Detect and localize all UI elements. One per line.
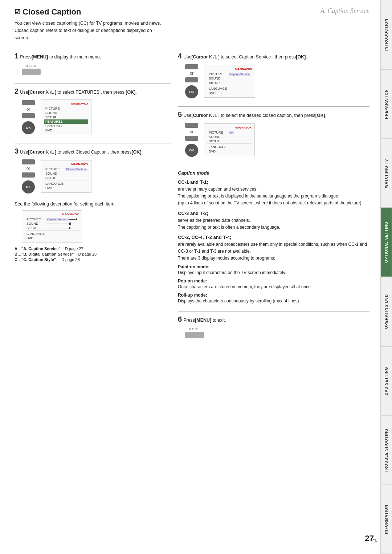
pop-on-heading: Pop-on mode: xyxy=(178,278,369,284)
menu-mockup-2: MAGNAVOX PICTURE SOUND SETUP FEATURES LA… xyxy=(41,99,91,135)
labeled-mockup: MAGNAVOX PICTURE Caption Servi... ——A SO… xyxy=(22,210,82,243)
step-5-remote: or OK xyxy=(185,123,198,157)
up-button-3 xyxy=(22,159,35,164)
paint-on-text: Displays input characters on the TV scre… xyxy=(178,269,369,276)
step-2: 2 Use[Cursor K /L ] to select FEATURES ,… xyxy=(15,83,171,135)
up-button-5 xyxy=(185,123,198,128)
menu4-setup: SETUP xyxy=(207,81,252,85)
brand-3: MAGNAVOX xyxy=(44,163,88,166)
section-subtitle: A. Caption Service xyxy=(320,7,369,15)
step-5-cursor: [Cursor xyxy=(191,113,208,118)
step-2-diagram: or OK MAGNAVOX PICTURE SOUND SETUP FEATU… xyxy=(22,99,171,135)
intro-text: You can view closed captioning (CC) for … xyxy=(15,20,167,41)
menu-mockup-5: MAGNAVOX PICTUREOff SOUND SETUP LANGUAGE… xyxy=(204,123,255,156)
menu-mockup-4: MAGNAVOX PICTURECaption Service SOUND SE… xyxy=(204,65,255,98)
step-3-ok: [OK] xyxy=(131,150,141,155)
caption-divider xyxy=(178,165,369,165)
page-header: ☑ Closed Caption A. Caption Service xyxy=(15,7,369,17)
ok-button-5: OK xyxy=(185,144,198,157)
sidebar-tab-dvd-setting[interactable]: DVD SETTING xyxy=(380,346,392,416)
paint-on-heading: Paint-on mode: xyxy=(178,264,369,269)
ok-button-4: OK xyxy=(185,85,198,98)
or-text-3: or xyxy=(26,166,30,171)
two-column-layout: 1 Press[MENU] to display the main menu. … xyxy=(15,48,369,346)
step-3-number: 3 xyxy=(15,147,19,155)
main-title-text: Closed Caption xyxy=(23,7,81,17)
down-button-3 xyxy=(22,172,35,178)
page-lang: EN xyxy=(372,539,377,543)
step-2-text: Use[Cursor K /L ] to select FEATURES , t… xyxy=(20,89,137,96)
sidebar-tab-optional-setting[interactable]: OPTIONAL SETTING xyxy=(380,208,392,277)
labeled-sound: SOUND ——B xyxy=(25,221,79,226)
menu-button-rect-6 xyxy=(185,332,204,338)
brand-2: MAGNAVOX xyxy=(44,102,88,105)
cc2-text: are rarely available and broadcasters us… xyxy=(178,241,369,262)
or-text-5: or xyxy=(190,129,194,134)
sidebar-tab-information[interactable]: INFORMATION xyxy=(380,485,392,554)
step-2-number: 2 xyxy=(15,87,19,95)
step-4-cursor: [Cursor xyxy=(191,54,208,60)
menu4-picture: PICTURECaption Service xyxy=(207,72,252,76)
menu-row-language-2: LANGUAGE xyxy=(44,124,88,128)
menu4-dvd: DVD xyxy=(207,91,252,95)
menu4-sound: SOUND xyxy=(207,76,252,81)
menu-label-6: MENU xyxy=(185,327,204,331)
see-description-text: See the following description for settin… xyxy=(15,201,171,207)
step-6-remote-label-text: MENU xyxy=(185,327,204,338)
menu-row-features: FEATURES xyxy=(44,119,88,124)
step-4-diagram: or OK MAGNAVOX PICTURECaption Service SO… xyxy=(185,64,369,98)
sidebar-tab-preparation[interactable]: PREPARATION xyxy=(380,69,392,139)
sidebar-tab-introduction[interactable]: INTRODUCTION xyxy=(380,0,392,69)
menu-button-rect xyxy=(22,69,41,75)
menu-row-picture-3: PICTUREClosed Caption xyxy=(44,167,88,171)
page-title: ☑ Closed Caption xyxy=(15,7,81,17)
menu-row-dvd-2: DVD xyxy=(44,128,88,133)
intro-line1: You can view closed captioning (CC) for … xyxy=(15,21,161,26)
step-5: 5 Use[Cursor K /L ] to select the desire… xyxy=(178,106,369,157)
up-button-4 xyxy=(185,64,198,69)
brand-labeled: MAGNAVOX xyxy=(25,213,79,216)
labeled-menu-section: MAGNAVOX PICTURE Caption Servi... ——A SO… xyxy=(22,210,171,243)
sidebar-tab-trouble-shooting[interactable]: TROUBLE SHOOTING xyxy=(380,416,392,485)
cc1-text: are the primary caption and text service… xyxy=(178,186,369,207)
abc-item-a: A…"A. Caption Service" D page 27 xyxy=(15,247,171,251)
menu-row-setup-2: SETUP xyxy=(44,115,88,119)
labeled-picture: PICTURE Caption Servi... ——A xyxy=(25,217,79,221)
abc-item-c: C…"C. Caption Style". D page 28 xyxy=(15,257,171,262)
labeled-dvd: DVD xyxy=(25,236,79,240)
menu-mockup-3: MAGNAVOX PICTUREClosed Caption SOUND SET… xyxy=(41,160,91,193)
step-5-diagram: or OK MAGNAVOX PICTUREOff SOUND SETUP LA… xyxy=(185,123,369,157)
cc1-heading: CC-1 and T-1; xyxy=(178,179,369,185)
menu-row-setup-3: SETUP xyxy=(44,176,88,180)
menu5-picture: PICTUREOff xyxy=(207,130,252,135)
cc3-text: serve as the preferred data channels. Th… xyxy=(178,217,369,231)
step-4-text: Use[Cursor K /L ] to select Caption Serv… xyxy=(183,53,307,61)
labeled-language: LANGUAGE xyxy=(25,232,79,236)
abc-item-b: B…"B. Digital Caption Service" D page 28 xyxy=(15,252,171,256)
roll-up-heading: Roll-up mode: xyxy=(178,293,369,298)
cc2-heading: CC-2, CC-4, T-2 and T-4; xyxy=(178,235,369,240)
pop-on-text: Once characters are stored in memory, th… xyxy=(178,284,369,290)
left-column: 1 Press[MENU] to display the main menu. … xyxy=(15,48,171,346)
or-text-4: or xyxy=(190,71,194,76)
menu-row-sound-2: SOUND xyxy=(44,111,88,115)
step-6-remote-diagram: MENU xyxy=(185,327,369,338)
step-3: 3 Use[Cursor K /L ] to select Closed Cap… xyxy=(15,143,171,194)
caption-mode-title: Caption mode xyxy=(178,170,369,176)
step-1-remote-label-text: MENU xyxy=(22,64,41,75)
step-5-ok: [OK] xyxy=(315,113,325,118)
step-1-text: Press[MENU] to display the main menu. xyxy=(20,53,101,61)
step-3-remote: or OK xyxy=(22,159,35,194)
step-6-text: Press[MENU] to exit. xyxy=(183,317,226,324)
step-4-ok: [OK] xyxy=(296,54,306,60)
brand-5: MAGNAVOX xyxy=(207,126,252,129)
menu-row-language-3: LANGUAGE xyxy=(44,182,88,186)
menu-row-picture-2: PICTURE xyxy=(44,106,88,111)
ok-button-2: OK xyxy=(22,121,35,134)
brand-4: MAGNAVOX xyxy=(207,68,252,71)
sidebar-tab-operating-dvd[interactable]: OPERATING DVD xyxy=(380,277,392,346)
caption-mode-section: Caption mode CC-1 and T-1; are the prima… xyxy=(178,165,369,305)
step-6: 6 Press[MENU] to exit. MENU xyxy=(178,311,369,338)
down-button-4 xyxy=(185,77,198,82)
sidebar-tab-watching-tv[interactable]: WATCHING TV xyxy=(380,139,392,208)
